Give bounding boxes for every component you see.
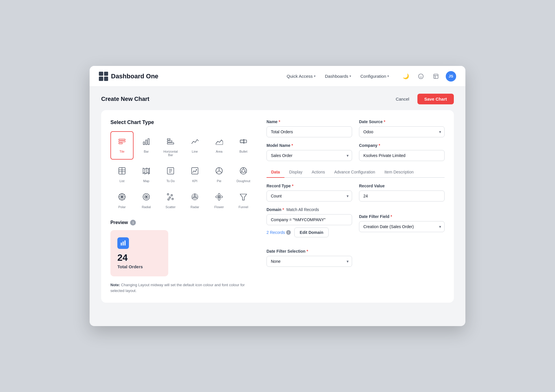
- nav-configuration[interactable]: Configuration ▾: [360, 74, 389, 79]
- chart-type-horizontal-bar[interactable]: Horizontal Bar: [159, 131, 182, 160]
- date-filter-selection-wrapper: None ▾: [267, 256, 352, 267]
- chart-type-bar[interactable]: Bar: [135, 131, 158, 160]
- form-group-domain: 2 Records i Edit Domain: [267, 214, 352, 243]
- model-required: *: [291, 143, 293, 148]
- chart-type-list[interactable]: List: [110, 161, 134, 186]
- chart-type-doughnut[interactable]: Doughnut: [232, 161, 255, 186]
- record-type-select[interactable]: Count: [267, 191, 352, 201]
- chart-type-funnel[interactable]: Funnel: [232, 187, 255, 212]
- date-filter-selection-select[interactable]: None: [267, 256, 352, 267]
- model-name-wrapper: Sales Order ▾: [267, 150, 352, 161]
- edit-domain-button[interactable]: Edit Domain: [294, 228, 329, 237]
- chart-type-bullet-label: Bullet: [239, 150, 247, 153]
- save-chart-button[interactable]: Save Chart: [417, 94, 454, 104]
- chart-type-doughnut-label: Doughnut: [236, 179, 250, 183]
- date-source-label: Date Source *: [359, 119, 445, 124]
- tab-display[interactable]: Display: [284, 167, 307, 178]
- domain-label: Domain *: [267, 207, 284, 212]
- form-group-date-filter-field: Date Filter Field * Creation Date (Sales…: [359, 214, 445, 243]
- chart-type-kpi[interactable]: KPI: [183, 161, 206, 186]
- chart-type-radar[interactable]: Radar: [183, 187, 206, 212]
- record-value-input[interactable]: [359, 191, 445, 201]
- horizontal-bar-icon: [164, 135, 177, 148]
- date-filter-field-select[interactable]: Creation Date (Sales Order): [359, 221, 445, 232]
- nav-dashboards[interactable]: Dashboards ▾: [325, 74, 351, 79]
- dark-mode-button[interactable]: 🌙: [401, 71, 411, 82]
- records-badge: 2 Records i: [267, 230, 291, 235]
- company-input[interactable]: [359, 150, 445, 161]
- cancel-button[interactable]: Cancel: [391, 94, 414, 104]
- model-name-select[interactable]: Sales Order: [267, 150, 352, 161]
- chart-type-area[interactable]: Area: [208, 131, 231, 160]
- chart-type-pie-label: Pie: [217, 179, 221, 183]
- todo-icon: [164, 164, 177, 177]
- tab-advance-config[interactable]: Advance Configuration: [330, 167, 380, 178]
- main-content: Select Chart Type Tile: [90, 110, 465, 314]
- chart-type-line[interactable]: Line: [183, 131, 206, 160]
- date-source-select[interactable]: Odoo: [359, 126, 445, 137]
- tab-data[interactable]: Data: [267, 167, 284, 178]
- svg-point-34: [242, 169, 245, 172]
- radial-icon: [140, 190, 153, 204]
- records-info-icon[interactable]: i: [286, 230, 291, 235]
- logo-icon: [99, 72, 108, 81]
- svg-rect-8: [146, 140, 147, 145]
- right-panel: Name * Date Source * Odoo: [267, 119, 445, 293]
- form-group-model: Model Name * Sales Order ▾: [267, 143, 352, 161]
- tile-icon: [115, 135, 129, 148]
- form-group-date-filter-selection: Date Filter Selection * None ▾: [267, 249, 352, 267]
- record-value-label: Record Value: [359, 184, 445, 188]
- domain-row: Domain * Match All Records: [267, 207, 445, 212]
- chart-type-polar[interactable]: Polar: [110, 187, 134, 212]
- tab-item-description[interactable]: Item Description: [380, 167, 418, 178]
- chart-type-bar-label: Bar: [144, 150, 149, 153]
- form-group-date-source: Date Source * Odoo ▾: [359, 119, 445, 137]
- nav-quick-access[interactable]: Quick Access ▾: [287, 74, 316, 79]
- chevron-down-icon: ▾: [387, 74, 389, 78]
- chart-type-flower[interactable]: Flower: [208, 187, 231, 212]
- preview-icon-box: [117, 237, 129, 249]
- chart-type-todo[interactable]: To Do: [159, 161, 182, 186]
- map-icon: [140, 164, 153, 177]
- chart-type-tile[interactable]: Tile: [110, 131, 134, 160]
- chart-type-funnel-label: Funnel: [238, 205, 248, 209]
- form-row-name-datesource: Name * Date Source * Odoo: [267, 119, 445, 137]
- form-tabs: Data Display Actions Advance Configurati…: [267, 167, 445, 178]
- date-filter-required: *: [391, 214, 392, 219]
- app-title: Dashboard One: [111, 73, 158, 80]
- preview-card: 24 Total Orders: [110, 230, 168, 276]
- chart-type-kpi-label: KPI: [192, 179, 197, 183]
- user-avatar[interactable]: JS: [446, 71, 456, 82]
- nav-configuration-label: Configuration: [360, 74, 386, 79]
- chart-type-radial[interactable]: Radial: [135, 187, 158, 212]
- svg-rect-47: [171, 195, 173, 196]
- page-header: Create New Chart Cancel Save Chart: [90, 87, 465, 110]
- domain-footer: 2 Records i Edit Domain: [267, 228, 352, 237]
- date-source-wrapper: Odoo ▾: [359, 126, 445, 137]
- chart-type-bullet[interactable]: Bullet: [232, 131, 255, 160]
- svg-rect-14: [240, 140, 244, 143]
- svg-line-32: [217, 171, 219, 173]
- header-nav: Quick Access ▾ Dashboards ▾ Configuratio…: [287, 74, 389, 79]
- date-filter-selection-required: *: [306, 249, 308, 254]
- name-input[interactable]: [267, 126, 352, 137]
- nav-quick-access-label: Quick Access: [287, 74, 313, 79]
- preview-info-icon[interactable]: i: [130, 220, 136, 225]
- chart-type-pie[interactable]: Pie: [208, 161, 231, 186]
- bullet-icon: [237, 135, 250, 148]
- tab-actions[interactable]: Actions: [307, 167, 330, 178]
- company-required: *: [379, 143, 380, 148]
- inbox-button[interactable]: [431, 71, 441, 82]
- record-type-label: Record Type *: [267, 184, 352, 188]
- form-group-record-type: Record Type * Count ▾: [267, 184, 352, 201]
- domain-input[interactable]: [267, 214, 352, 225]
- emoji-button[interactable]: [416, 71, 426, 82]
- chart-type-map[interactable]: Map: [135, 161, 158, 186]
- doughnut-icon: [237, 164, 250, 177]
- chart-type-scatter[interactable]: Scatter: [159, 187, 182, 212]
- preview-title: Preview: [110, 220, 128, 225]
- chart-type-line-label: Line: [192, 150, 198, 153]
- chart-type-list-label: List: [119, 179, 124, 183]
- date-source-required: *: [384, 119, 385, 124]
- svg-rect-7: [143, 142, 145, 145]
